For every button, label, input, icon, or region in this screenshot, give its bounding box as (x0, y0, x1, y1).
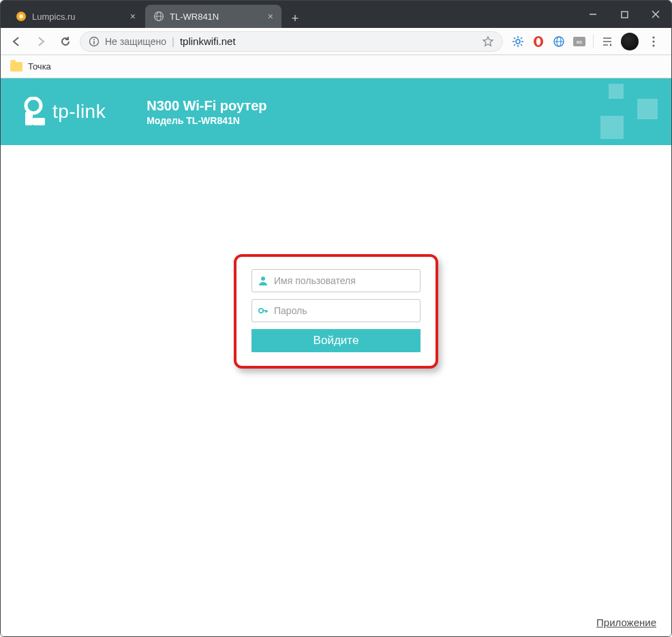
forward-button[interactable] (31, 31, 51, 52)
svg-line-18 (521, 44, 522, 46)
folder-icon (10, 62, 22, 72)
brand-logo: tp-link (21, 97, 106, 127)
reading-list-icon[interactable] (600, 35, 614, 48)
product-info: N300 Wi-Fi роутер Модель TL-WR841N (147, 98, 266, 126)
svg-point-37 (261, 277, 265, 281)
model-value: TL-WR841N (186, 115, 240, 126)
globe-icon[interactable] (552, 35, 566, 48)
model-prefix: Модель (147, 115, 183, 126)
banner-decoration (600, 116, 624, 139)
new-tab-button[interactable]: + (286, 9, 305, 28)
svg-point-32 (652, 40, 654, 42)
bookmark-item[interactable]: Точка (28, 61, 51, 72)
bookmark-star-icon[interactable] (482, 35, 494, 48)
close-icon[interactable]: × (268, 11, 273, 22)
back-button[interactable] (6, 31, 27, 52)
gear-icon[interactable] (511, 35, 525, 48)
browser-tab-tlwr841n[interactable]: TL-WR841N × (145, 5, 281, 28)
security-label: Не защищено (105, 36, 166, 47)
product-model: Модель TL-WR841N (147, 115, 266, 126)
username-input[interactable] (274, 275, 414, 286)
username-field-wrap (251, 269, 421, 292)
browser-tab-lumpics[interactable]: Lumpics.ru × (7, 5, 144, 28)
svg-rect-6 (622, 12, 628, 18)
svg-point-10 (93, 39, 95, 40)
tab-label: TL-WR841N (170, 12, 262, 22)
window-controls (577, 1, 671, 28)
page-content: tp-link N300 Wi-Fi роутер Модель TL-WR84… (1, 78, 671, 636)
router-banner: tp-link N300 Wi-Fi роутер Модель TL-WR84… (1, 78, 671, 145)
svg-text:as: as (577, 39, 582, 45)
browser-window: Lumpics.ru × TL-WR841N × + (0, 0, 672, 637)
tab-label: Lumpics.ru (32, 12, 125, 22)
login-button[interactable]: Войдите (251, 329, 421, 352)
svg-point-31 (652, 36, 654, 38)
svg-point-34 (26, 98, 41, 113)
browser-toolbar: Не защищено | tplinkwifi.net as (1, 28, 671, 55)
bookmarks-bar: Точка (1, 55, 671, 78)
favicon-lumpics (16, 11, 27, 22)
maximize-button[interactable] (609, 1, 640, 28)
svg-point-38 (259, 309, 263, 313)
svg-point-33 (652, 44, 654, 46)
product-title: N300 Wi-Fi роутер (147, 98, 266, 114)
svg-rect-11 (93, 41, 95, 44)
url-text: tplinkwifi.net (180, 35, 476, 47)
address-bar[interactable]: Не защищено | tplinkwifi.net (80, 31, 503, 52)
svg-rect-36 (33, 118, 45, 125)
svg-rect-35 (25, 112, 33, 125)
svg-line-17 (514, 37, 515, 39)
reload-button[interactable] (55, 31, 76, 52)
extension-icons: as (507, 33, 666, 50)
svg-line-19 (521, 37, 522, 39)
app-link[interactable]: Приложение (596, 617, 656, 628)
brand-name: tp-link (52, 101, 106, 123)
kebab-menu-icon[interactable] (645, 35, 662, 48)
password-input[interactable] (274, 305, 414, 316)
login-form: Войдите (234, 254, 438, 369)
user-icon (258, 275, 269, 286)
key-icon (258, 305, 269, 316)
divider (593, 35, 594, 48)
password-field-wrap (251, 299, 421, 322)
svg-point-1 (19, 14, 23, 18)
info-icon (89, 36, 100, 47)
profile-avatar[interactable] (621, 33, 639, 50)
minimize-button[interactable] (577, 1, 609, 28)
opera-icon[interactable] (532, 35, 545, 48)
close-window-button[interactable] (640, 1, 671, 28)
separator: | (172, 35, 174, 47)
tab-strip: Lumpics.ru × TL-WR841N × + (1, 1, 671, 28)
close-icon[interactable]: × (130, 11, 136, 22)
lastfm-icon[interactable]: as (572, 35, 586, 48)
login-area: Войдите (1, 145, 671, 636)
svg-point-12 (516, 40, 520, 44)
svg-line-20 (514, 44, 515, 46)
favicon-generic (153, 11, 164, 22)
svg-point-22 (536, 37, 540, 45)
